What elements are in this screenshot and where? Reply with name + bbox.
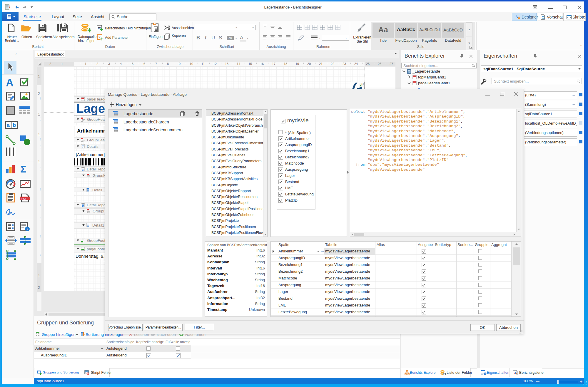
svg-text:PDF: PDF	[21, 197, 27, 200]
svg-text:i: i	[27, 227, 28, 231]
svg-text:b: b	[13, 122, 16, 128]
svg-text:fx: fx	[98, 26, 101, 29]
svg-text:a: a	[7, 122, 10, 128]
svg-text:?: ?	[98, 35, 101, 39]
